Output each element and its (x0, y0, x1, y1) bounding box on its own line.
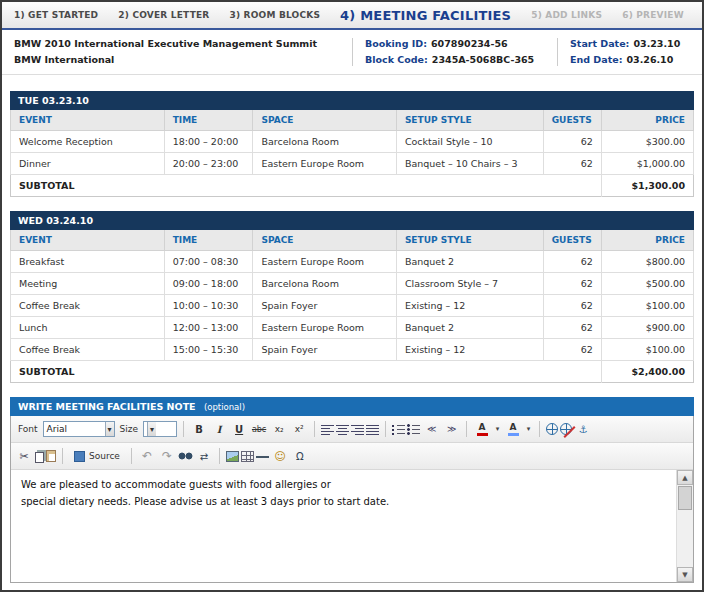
subtotal-label: SUBTOTAL (11, 175, 602, 197)
text-color-dropdown-icon[interactable]: ▾ (493, 421, 502, 438)
numbered-list-icon[interactable] (392, 424, 405, 435)
anchor-icon[interactable]: ⚓ (574, 421, 592, 438)
nav-step-4[interactable]: 4) MEETING FACILITIES (340, 8, 511, 23)
background-color-dropdown-icon[interactable]: ▾ (524, 421, 533, 438)
cell: $1,000.00 (601, 153, 693, 175)
column-header: PRICE (601, 230, 693, 251)
cell: 10:00 – 10:30 (164, 295, 253, 317)
booking-titles: BMW 2010 International Executive Managem… (14, 36, 340, 68)
scroll-up-button[interactable]: ▲ (677, 470, 693, 485)
cell: Spain Foyer (253, 295, 396, 317)
block-code-label: Block Code: (365, 54, 428, 65)
cell: $800.00 (601, 251, 693, 273)
nav-step-3[interactable]: 3) ROOM BLOCKS (229, 10, 320, 20)
column-header: GUESTS (543, 110, 601, 131)
cell: Eastern Europe Room (253, 153, 396, 175)
subtotal-row: SUBTOTAL$2,400.00 (11, 361, 694, 383)
column-header: SETUP STYLE (396, 110, 543, 131)
align-center-icon[interactable] (336, 424, 349, 435)
cell: Barcelona Room (253, 273, 396, 295)
column-header: TIME (164, 230, 253, 251)
start-date-value: 03.23.10 (633, 38, 680, 49)
size-label: Size (120, 424, 138, 434)
booking-subtitle: BMW International (14, 52, 340, 68)
underline-icon[interactable]: U (230, 421, 248, 438)
toolbar-separator (539, 421, 540, 437)
strikethrough-icon[interactable]: abc (250, 421, 268, 438)
column-header: SPACE (253, 110, 396, 131)
nav-step-1[interactable]: 1) GET STARTED (14, 10, 98, 20)
cell: $100.00 (601, 295, 693, 317)
paste-icon[interactable] (46, 450, 56, 462)
unlink-icon[interactable] (560, 423, 572, 435)
superscript-icon[interactable]: x² (290, 421, 308, 438)
cell: $300.00 (601, 131, 693, 153)
cell: Cocktail Style – 10 (396, 131, 543, 153)
replace-icon[interactable]: ⇄ (195, 448, 213, 465)
cell: 18:00 – 20:00 (164, 131, 253, 153)
bulleted-list-icon[interactable] (407, 424, 420, 435)
cell: Banquet – 10 Chairs – 3 (396, 153, 543, 175)
booking-id-label: Booking ID: (365, 38, 427, 49)
note-text-line: We are pleased to accommodate guests wit… (21, 476, 666, 493)
align-right-icon[interactable] (351, 424, 364, 435)
booking-id-value: 607890234-56 (431, 38, 508, 49)
table-icon[interactable] (241, 451, 254, 462)
note-editor[interactable]: We are pleased to accommodate guests wit… (11, 470, 676, 582)
column-header: PRICE (601, 110, 693, 131)
text-color-icon[interactable]: A (473, 421, 491, 438)
day-table: TUE 03.23.10EVENTTIMESPACESETUP STYLEGUE… (10, 91, 694, 197)
link-icon[interactable] (546, 423, 558, 435)
booking-dates: Start Date:03.23.10 End Date:03.26.10 (570, 36, 690, 68)
note-text-line: special dietary needs. Please advise us … (21, 493, 666, 510)
decrease-indent-icon[interactable]: ≪ (422, 421, 440, 438)
nav-step-6: 6) PREVIEW (622, 10, 684, 20)
increase-indent-icon[interactable]: ≫ (442, 421, 460, 438)
divider (352, 38, 353, 66)
table-row: Lunch12:00 – 13:00Eastern Europe RoomBan… (11, 317, 694, 339)
editor-scrollbar[interactable]: ▲ ▼ (676, 470, 693, 582)
cut-icon[interactable]: ✂ (15, 448, 33, 465)
note-header: WRITE MEETING FACILITIES NOTE (optional) (10, 397, 694, 416)
background-color-icon[interactable]: A (504, 421, 522, 438)
cell: Existing – 12 (396, 339, 543, 361)
horizontal-rule-icon[interactable] (256, 451, 269, 462)
toolbar-separator (385, 421, 386, 437)
cell: 62 (543, 131, 601, 153)
scrollbar-track[interactable] (677, 511, 693, 567)
table-row: Dinner20:00 – 23:00Eastern Europe RoomBa… (11, 153, 694, 175)
italic-icon[interactable]: I (210, 421, 228, 438)
wizard-footer: < PREV NEXT > (2, 583, 702, 592)
booking-ids: Booking ID:607890234-56 Block Code:2345A… (365, 36, 545, 68)
subscript-icon[interactable]: x₂ (270, 421, 288, 438)
smiley-icon[interactable]: ☺ (271, 448, 289, 465)
nav-step-2[interactable]: 2) COVER LETTER (118, 10, 209, 20)
bold-icon[interactable]: B (190, 421, 208, 438)
scrollbar-thumb[interactable] (678, 486, 692, 510)
cell: 15:00 – 15:30 (164, 339, 253, 361)
cell: Existing – 12 (396, 295, 543, 317)
cell: $900.00 (601, 317, 693, 339)
end-date-label: End Date: (570, 54, 622, 65)
scroll-down-button[interactable]: ▼ (677, 567, 693, 582)
table-row: Welcome Reception18:00 – 20:00Barcelona … (11, 131, 694, 153)
image-icon[interactable] (226, 451, 239, 462)
size-select[interactable] (143, 421, 177, 437)
undo-icon[interactable]: ↶ (138, 448, 156, 465)
cell: Eastern Europe Room (253, 317, 396, 339)
special-char-icon[interactable]: Ω (291, 448, 309, 465)
align-left-icon[interactable] (321, 424, 334, 435)
source-button[interactable]: Source (69, 450, 125, 463)
cell: 62 (543, 295, 601, 317)
font-select[interactable]: Arial (43, 421, 115, 437)
toolbar-separator (314, 421, 315, 437)
redo-icon[interactable]: ↷ (158, 448, 176, 465)
cell: Banquet 2 (396, 317, 543, 339)
column-header: TIME (164, 110, 253, 131)
cell: Banquet 2 (396, 251, 543, 273)
day-header: TUE 03.23.10 (10, 91, 694, 110)
cell: Spain Foyer (253, 339, 396, 361)
copy-icon[interactable] (35, 452, 44, 463)
align-justify-icon[interactable] (366, 424, 379, 435)
find-icon[interactable] (178, 451, 193, 461)
